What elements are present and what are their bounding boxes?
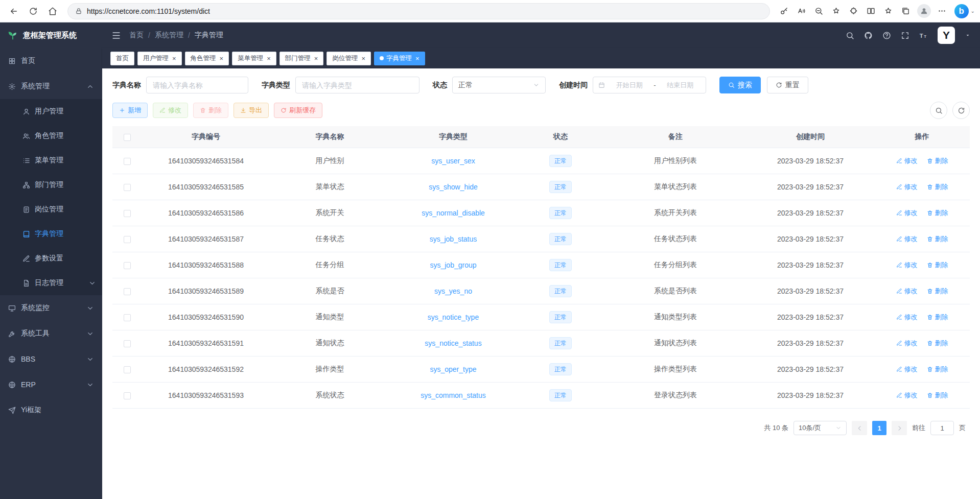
dict-type-link[interactable]: sys_oper_type (430, 365, 476, 373)
row-delete-button[interactable]: 删除 (927, 339, 948, 348)
row-edit-button[interactable]: 修改 (896, 234, 918, 244)
row-edit-button[interactable]: 修改 (896, 287, 918, 296)
close-icon[interactable]: × (361, 55, 365, 62)
sidebar-item-system[interactable]: 系统管理 (0, 74, 102, 99)
row-edit-button[interactable]: 修改 (896, 156, 918, 165)
sidebar-item-post[interactable]: 岗位管理 (0, 197, 102, 222)
close-icon[interactable]: × (314, 55, 318, 62)
row-checkbox[interactable] (124, 210, 131, 217)
zoom-out-button[interactable] (811, 3, 827, 19)
sidebar-item-monitor[interactable]: 系统监控 (0, 295, 102, 321)
sidebar-item-log[interactable]: 日志管理 (0, 271, 102, 295)
dict-type-link[interactable]: sys_show_hide (429, 183, 478, 191)
header-search-icon[interactable] (846, 31, 854, 40)
browser-refresh-button[interactable] (25, 3, 42, 19)
browser-home-button[interactable] (44, 3, 61, 19)
dict-type-link[interactable]: sys_notice_status (425, 339, 481, 347)
close-icon[interactable]: × (267, 55, 271, 62)
next-page-button[interactable] (892, 421, 907, 435)
browser-profile-avatar[interactable] (917, 4, 931, 18)
sidebar-item-dict[interactable]: 字典管理 (0, 222, 102, 246)
row-checkbox[interactable] (124, 366, 131, 373)
extensions-button[interactable] (846, 3, 862, 19)
select-all-checkbox[interactable] (124, 134, 131, 141)
sidebar-item-tool[interactable]: 系统工具 (0, 321, 102, 346)
dict-type-link[interactable]: sys_yes_no (434, 287, 472, 295)
row-checkbox[interactable] (124, 262, 131, 269)
split-screen-button[interactable] (863, 3, 879, 19)
add-favorite-button[interactable] (828, 3, 845, 19)
page-number-button[interactable]: 1 (872, 421, 886, 435)
password-key-button[interactable] (776, 3, 792, 19)
browser-address-bar[interactable]: https://ccnetcore.com:1101/system/dict (67, 3, 770, 19)
close-icon[interactable]: × (220, 55, 224, 62)
row-edit-button[interactable]: 修改 (896, 182, 918, 192)
row-checkbox[interactable] (124, 340, 131, 347)
row-edit-button[interactable]: 修改 (896, 339, 918, 348)
add-button[interactable]: 新增 (112, 103, 148, 118)
sidebar-item-param[interactable]: 参数设置 (0, 246, 102, 271)
tab-home[interactable]: 首页 (110, 52, 134, 65)
row-checkbox[interactable] (124, 314, 131, 321)
row-delete-button[interactable]: 删除 (927, 234, 948, 244)
breadcrumb-item[interactable]: 系统管理 (155, 31, 183, 40)
row-delete-button[interactable]: 删除 (927, 391, 948, 400)
row-delete-button[interactable]: 删除 (927, 182, 948, 192)
tab-user[interactable]: 用户管理× (137, 52, 182, 65)
edit-button[interactable]: 修改 (153, 103, 188, 118)
row-edit-button[interactable]: 修改 (896, 391, 918, 400)
favorites-button[interactable] (880, 3, 897, 19)
row-delete-button[interactable]: 删除 (927, 260, 948, 270)
sidebar-item-home[interactable]: 首页 (0, 48, 102, 74)
status-select[interactable]: 正常 (452, 77, 546, 93)
browser-menu-button[interactable] (934, 3, 950, 19)
sidebar-item-erp[interactable]: ERP (0, 372, 102, 397)
row-edit-button[interactable]: 修改 (896, 365, 918, 374)
row-edit-button[interactable]: 修改 (896, 260, 918, 270)
refresh-table-button[interactable] (952, 102, 970, 119)
dict-name-input[interactable] (146, 77, 248, 93)
copilot-icon[interactable]: b (954, 4, 969, 18)
export-button[interactable]: 导出 (234, 103, 269, 118)
tab-menu[interactable]: 菜单管理× (232, 52, 276, 65)
collections-button[interactable] (898, 3, 914, 19)
delete-button[interactable]: 删除 (193, 103, 228, 118)
tab-dept[interactable]: 部门管理× (279, 52, 324, 65)
sidebar-item-bbs[interactable]: BBS (0, 346, 102, 372)
search-button[interactable]: 搜索 (719, 77, 761, 93)
dict-type-link[interactable]: sys_normal_disable (422, 209, 485, 217)
font-size-icon[interactable]: TT (919, 31, 928, 40)
url-text[interactable]: https://ccnetcore.com:1101/system/dict (87, 7, 210, 15)
browser-back-button[interactable] (5, 3, 22, 19)
close-icon[interactable]: × (172, 55, 176, 62)
tab-post[interactable]: 岗位管理× (326, 52, 371, 65)
row-checkbox[interactable] (124, 288, 131, 295)
avatar-caret-icon[interactable] (965, 32, 971, 38)
row-delete-button[interactable]: 删除 (927, 208, 948, 218)
row-checkbox[interactable] (124, 236, 131, 243)
sidebar-item-dept[interactable]: 部门管理 (0, 173, 102, 197)
row-checkbox[interactable] (124, 392, 131, 399)
sidebar-item-menu[interactable]: 菜单管理 (0, 148, 102, 173)
breadcrumb-item[interactable]: 字典管理 (195, 31, 223, 40)
row-delete-button[interactable]: 删除 (927, 365, 948, 374)
page-size-select[interactable]: 10条/页 (794, 421, 847, 435)
reset-button[interactable]: 重置 (767, 77, 808, 93)
dict-type-link[interactable]: sys_job_group (430, 261, 476, 269)
row-edit-button[interactable]: 修改 (896, 313, 918, 322)
row-delete-button[interactable]: 删除 (927, 156, 948, 165)
dict-type-link[interactable]: sys_common_status (421, 391, 486, 399)
breadcrumb-item[interactable]: 首页 (129, 31, 144, 40)
toggle-search-button[interactable] (930, 102, 947, 119)
read-aloud-button[interactable] (794, 3, 810, 19)
row-checkbox[interactable] (124, 158, 131, 165)
sidebar-item-user[interactable]: 用户管理 (0, 99, 102, 124)
prev-page-button[interactable] (852, 421, 867, 435)
sidebar-item-role[interactable]: 角色管理 (0, 124, 102, 148)
sidebar-toggle-button[interactable] (111, 31, 121, 40)
tab-role[interactable]: 角色管理× (185, 52, 229, 65)
dict-type-link[interactable]: sys_job_status (430, 235, 477, 243)
row-delete-button[interactable]: 删除 (927, 287, 948, 296)
sidebar-item-yi[interactable]: Yi框架 (0, 397, 102, 423)
refresh-cache-button[interactable]: 刷新缓存 (274, 103, 322, 118)
